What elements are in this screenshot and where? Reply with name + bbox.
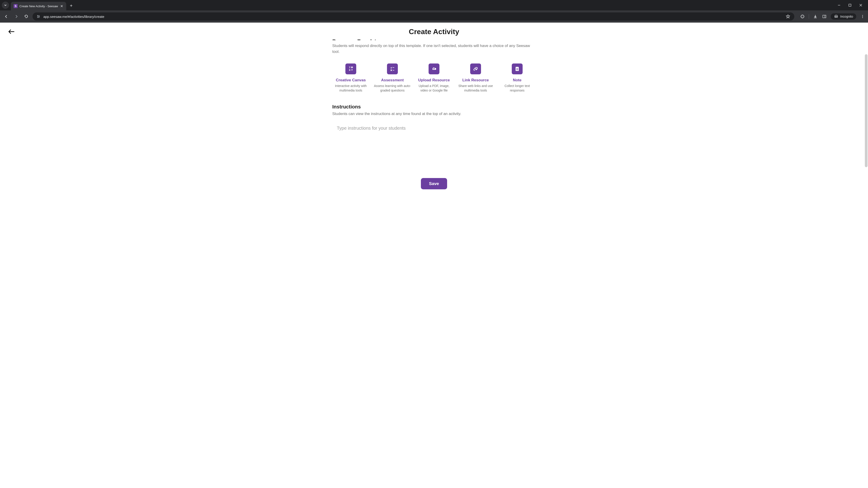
address-bar[interactable]: app.seesaw.me/#/activities/library/creat… bbox=[33, 12, 794, 21]
incognito-icon bbox=[834, 15, 838, 18]
arrow-right-icon bbox=[14, 14, 19, 19]
note-icon bbox=[512, 64, 523, 74]
save-button[interactable]: Save bbox=[421, 178, 447, 189]
template-description: Collect longer text responses bbox=[499, 84, 536, 93]
close-icon bbox=[60, 5, 63, 7]
forward-button[interactable] bbox=[13, 13, 20, 20]
downloads-button[interactable] bbox=[813, 14, 818, 19]
template-description: Upload a PDF, image, video or Google fil… bbox=[415, 84, 453, 93]
template-description: Share web links and use multimedia tools bbox=[457, 84, 494, 93]
tab-close-button[interactable] bbox=[60, 4, 64, 8]
dots-vertical-icon bbox=[861, 14, 865, 19]
arrow-left-icon bbox=[4, 14, 8, 19]
page-header: Create Activity bbox=[0, 23, 868, 41]
template-title: Note bbox=[499, 78, 536, 83]
maximize-button[interactable] bbox=[847, 2, 852, 8]
close-window-button[interactable] bbox=[858, 2, 864, 8]
svg-rect-0 bbox=[849, 4, 851, 6]
tab-title: Create New Activity - Seesaw bbox=[20, 4, 58, 8]
window-controls bbox=[836, 2, 866, 8]
main-content: Response Template Students will respond … bbox=[326, 38, 542, 194]
tune-icon bbox=[36, 14, 40, 19]
url-text: app.seesaw.me/#/activities/library/creat… bbox=[43, 15, 782, 19]
response-template-description: Students will respond directly on top of… bbox=[332, 43, 536, 55]
template-link-resource[interactable]: Link Resource Share web links and use mu… bbox=[457, 64, 494, 93]
tab-bar: S Create New Activity - Seesaw bbox=[0, 0, 868, 10]
back-button[interactable] bbox=[3, 13, 10, 20]
address-bar-row: app.seesaw.me/#/activities/library/creat… bbox=[0, 10, 868, 23]
incognito-badge[interactable]: Incognito bbox=[831, 13, 856, 20]
template-note[interactable]: Note Collect longer text responses bbox=[499, 64, 536, 93]
svg-text:T: T bbox=[349, 66, 350, 69]
maximize-icon bbox=[848, 4, 851, 6]
instructions-description: Students can view the instructions at an… bbox=[332, 111, 536, 116]
extensions-button[interactable] bbox=[800, 14, 805, 19]
bookmark-button[interactable] bbox=[785, 14, 791, 19]
reload-button[interactable] bbox=[23, 13, 30, 20]
svg-point-2 bbox=[39, 16, 39, 17]
svg-point-6 bbox=[862, 15, 863, 16]
instructions-input[interactable] bbox=[332, 123, 536, 168]
back-arrow-button[interactable] bbox=[7, 27, 16, 36]
svg-point-11 bbox=[352, 67, 352, 68]
upload-icon bbox=[429, 64, 439, 74]
browser-tab[interactable]: S Create New Activity - Seesaw bbox=[11, 2, 66, 10]
svg-point-3 bbox=[37, 17, 38, 18]
reload-icon bbox=[24, 14, 29, 19]
assessment-icon bbox=[387, 64, 398, 74]
panel-icon bbox=[822, 14, 827, 19]
template-options: T Creative Canvas Interactive activity w… bbox=[332, 64, 536, 93]
template-assessment[interactable]: Assessment Assess learning with auto-gra… bbox=[374, 64, 411, 93]
template-upload-resource[interactable]: Upload Resource Upload a PDF, image, vid… bbox=[415, 64, 453, 93]
side-panel-button[interactable] bbox=[822, 14, 827, 19]
toolbar-divider bbox=[809, 14, 809, 19]
scrollbar-thumb[interactable] bbox=[865, 54, 868, 167]
arrow-left-icon bbox=[8, 29, 14, 34]
incognito-label: Incognito bbox=[840, 15, 853, 18]
toolbar-icons: Incognito bbox=[800, 13, 865, 20]
template-title: Upload Resource bbox=[415, 78, 453, 83]
template-title: Assessment bbox=[374, 78, 411, 83]
save-row: Save bbox=[332, 178, 536, 194]
instructions-section: Instructions Students can view the instr… bbox=[332, 104, 536, 169]
instructions-heading: Instructions bbox=[332, 104, 536, 110]
svg-point-1 bbox=[37, 15, 38, 16]
star-icon bbox=[786, 14, 790, 19]
page-title: Create Activity bbox=[16, 28, 852, 36]
svg-point-8 bbox=[862, 18, 863, 18]
scrollbar-track[interactable] bbox=[864, 23, 868, 194]
menu-button[interactable] bbox=[860, 14, 865, 19]
browser-chrome: S Create New Activity - Seesaw bbox=[0, 0, 868, 23]
creative-canvas-icon: T bbox=[345, 64, 356, 74]
template-creative-canvas[interactable]: T Creative Canvas Interactive activity w… bbox=[332, 64, 369, 93]
minimize-button[interactable] bbox=[836, 2, 842, 8]
site-info-button[interactable] bbox=[36, 14, 41, 19]
template-title: Link Resource bbox=[457, 78, 494, 83]
template-description: Interactive activity with multimedia too… bbox=[332, 84, 369, 93]
extension-icon bbox=[800, 14, 805, 19]
new-tab-button[interactable] bbox=[68, 2, 74, 9]
tab-favicon: S bbox=[13, 4, 18, 8]
plus-icon bbox=[70, 4, 73, 7]
response-template-heading: Response Template bbox=[332, 38, 536, 40]
link-icon bbox=[470, 64, 481, 74]
template-description: Assess learning with auto-graded questio… bbox=[374, 84, 411, 93]
download-icon bbox=[813, 14, 817, 19]
template-title: Creative Canvas bbox=[332, 78, 369, 83]
svg-point-7 bbox=[862, 16, 863, 17]
chevron-down-icon bbox=[4, 4, 7, 6]
close-icon bbox=[859, 4, 862, 7]
minimize-icon bbox=[837, 4, 841, 7]
svg-rect-4 bbox=[823, 15, 826, 18]
tab-search-dropdown[interactable] bbox=[2, 2, 9, 9]
